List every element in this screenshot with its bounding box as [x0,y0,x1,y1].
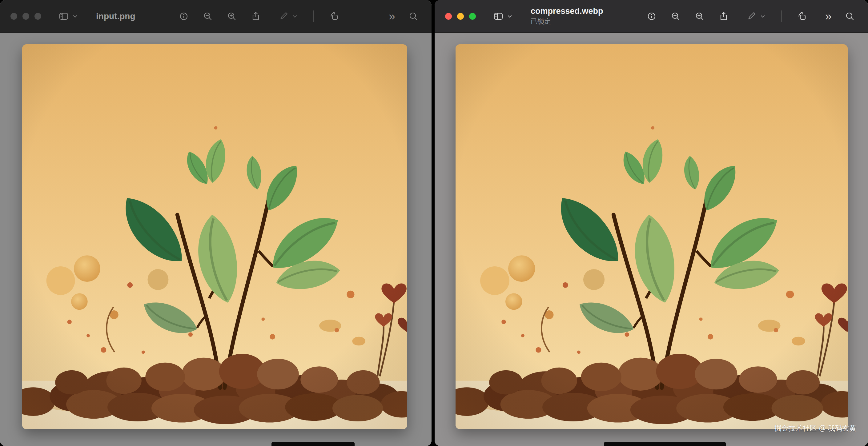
plant-illustration [22,44,407,429]
rotate-left-button[interactable] [329,11,340,22]
preview-window-input: input.png [0,0,432,446]
markup-chevron-icon[interactable] [760,13,766,20]
sidebar-chevron-icon[interactable] [72,13,78,20]
toolbar-divider [781,10,782,22]
zoom-in-button[interactable] [694,11,705,22]
window-title: input.png [96,11,135,21]
toolbar-divider [313,10,314,22]
toolbar-overflow-button[interactable]: » [389,11,395,22]
watermark: 掘金技术社区 @ 我码玄黄 [774,423,856,433]
background-window-edge [272,442,354,446]
traffic-lights [445,13,476,20]
search-button[interactable] [845,11,855,22]
share-button[interactable] [718,11,729,22]
zoom-out-button[interactable] [203,11,213,22]
titlebar[interactable]: input.png [0,0,432,33]
zoom-in-button[interactable] [226,11,237,22]
markup-pencil-button[interactable] [278,11,289,22]
share-button[interactable] [251,11,261,22]
search-button[interactable] [408,11,418,22]
window-title: compressed.webp [531,6,603,16]
fullscreen-button[interactable] [34,13,41,20]
sidebar-chevron-icon[interactable] [507,13,513,20]
lock-status: 已锁定 [531,17,603,26]
close-button[interactable] [445,13,452,20]
rotate-left-button[interactable] [797,11,808,22]
content-area: 掘金技术社区 @ 我码玄黄 [435,33,868,446]
minimize-button[interactable] [23,13,29,20]
title-area: compressed.webp 已锁定 [531,6,603,26]
plant-illustration [456,44,848,429]
markup-pencil-button[interactable] [746,11,756,22]
sidebar-toggle-button[interactable] [59,11,69,22]
image-card [456,44,848,429]
image-card [22,44,407,429]
traffic-lights [10,13,41,20]
preview-window-compressed: compressed.webp 已锁定 [435,0,868,446]
minimize-button[interactable] [457,13,464,20]
info-button[interactable] [646,11,657,22]
sidebar-toggle-button[interactable] [493,11,503,22]
info-button[interactable] [179,11,189,22]
fullscreen-button[interactable] [469,13,476,20]
content-area [0,33,432,446]
close-button[interactable] [10,13,17,20]
toolbar-overflow-button[interactable]: » [825,11,832,22]
title-area: input.png [96,11,135,21]
zoom-out-button[interactable] [671,11,681,22]
markup-chevron-icon[interactable] [292,13,298,20]
titlebar[interactable]: compressed.webp 已锁定 [435,0,868,33]
background-window-edge [604,442,726,446]
